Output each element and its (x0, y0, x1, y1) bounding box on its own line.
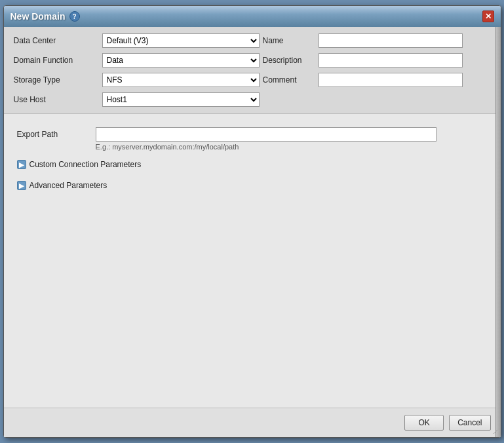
export-path-row: Export Path (17, 127, 488, 142)
advanced-parameters-label: Advanced Parameters (29, 181, 107, 190)
form-grid: Data Center Default (V3) Default (V4) Na… (14, 33, 491, 107)
custom-connection-section[interactable]: ▶ Custom Connection Parameters (17, 157, 488, 172)
name-input[interactable] (319, 33, 463, 48)
storage-type-select[interactable]: NFS iSCSI FCP Local on Host POSIX compli… (102, 73, 260, 87)
domain-function-select[interactable]: Data ISO Export (102, 53, 260, 67)
comment-label: Comment (263, 75, 315, 85)
dialog-body: Data Center Default (V3) Default (V4) Na… (4, 27, 501, 408)
name-label: Name (263, 36, 315, 45)
dialog-footer: OK Cancel (4, 408, 501, 437)
cancel-button[interactable]: Cancel (449, 415, 490, 431)
export-path-label: Export Path (17, 130, 89, 139)
advanced-parameters-section[interactable]: ▶ Advanced Parameters (17, 178, 488, 193)
data-center-label: Data Center (14, 36, 99, 45)
description-label: Description (263, 56, 315, 65)
storage-type-label: Storage Type (14, 75, 99, 85)
resize-handle[interactable]: ⟋ (492, 428, 499, 436)
data-center-select[interactable]: Default (V3) Default (V4) (102, 33, 260, 48)
use-host-select[interactable]: Host1 Host2 (102, 92, 260, 107)
export-path-section: Export Path E.g.: myserver.mydomain.com:… (17, 124, 488, 151)
comment-input[interactable] (319, 73, 463, 87)
help-icon[interactable]: ? (69, 11, 80, 22)
right-edge-scroll (495, 27, 501, 437)
custom-connection-expand-icon[interactable]: ▶ (17, 160, 26, 169)
export-path-hint: E.g.: myserver.mydomain.com:/my/local/pa… (96, 143, 488, 151)
dialog-titlebar: New Domain ? ✕ (4, 6, 501, 27)
custom-connection-label: Custom Connection Parameters (29, 160, 142, 169)
form-section: Data Center Default (V3) Default (V4) Na… (4, 27, 501, 114)
close-button[interactable]: ✕ (482, 10, 494, 22)
new-domain-dialog: New Domain ? ✕ Data Center Default (V3) … (3, 5, 501, 438)
dialog-title-left: New Domain ? (10, 11, 80, 22)
advanced-parameters-expand-icon[interactable]: ▶ (17, 181, 26, 190)
dialog-title: New Domain (10, 11, 66, 22)
domain-function-label: Domain Function (14, 56, 99, 65)
ok-button[interactable]: OK (404, 415, 444, 431)
export-path-input[interactable] (96, 127, 436, 142)
description-input[interactable] (319, 53, 463, 67)
use-host-label: Use Host (14, 95, 99, 104)
main-content: Export Path E.g.: myserver.mydomain.com:… (4, 114, 501, 408)
